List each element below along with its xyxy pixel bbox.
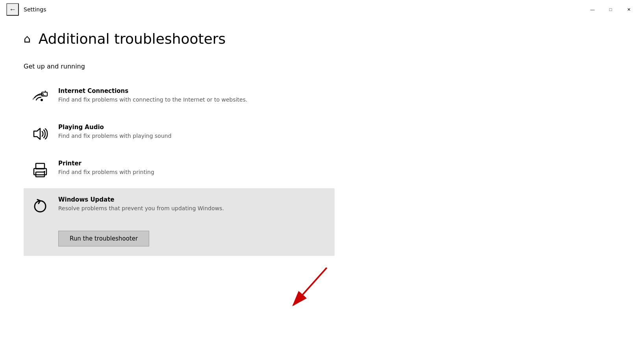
internet-connections-desc: Find and fix problems with connecting to…	[58, 96, 328, 104]
update-icon	[30, 196, 50, 217]
internet-connections-item[interactable]: Internet Connections Find and fix proble…	[24, 80, 335, 116]
playing-audio-desc: Find and fix problems with playing sound	[58, 132, 328, 140]
titlebar-left: ← Settings	[6, 3, 46, 16]
main-content: ⌂ Additional troubleshooters Get up and …	[0, 19, 644, 268]
home-icon: ⌂	[24, 33, 31, 44]
playing-audio-text: Playing Audio Find and fix problems with…	[58, 124, 328, 140]
printer-text: Printer Find and fix problems with print…	[58, 160, 328, 176]
page-title: Additional troubleshooters	[39, 31, 226, 47]
printer-name: Printer	[58, 160, 328, 167]
internet-connections-name: Internet Connections	[58, 87, 328, 94]
section-title: Get up and running	[24, 63, 620, 70]
svg-point-2	[43, 94, 44, 95]
printer-icon	[30, 160, 50, 180]
page-heading: ⌂ Additional troubleshooters	[24, 31, 620, 47]
titlebar-controls: — □ ✕	[583, 3, 638, 16]
windows-update-desc: Resolve problems that prevent you from u…	[58, 205, 224, 213]
playing-audio-name: Playing Audio	[58, 124, 328, 131]
playing-audio-item[interactable]: Playing Audio Find and fix problems with…	[24, 116, 335, 152]
audio-icon	[30, 124, 50, 144]
windows-update-main: Windows Update Resolve problems that pre…	[30, 196, 224, 217]
svg-marker-4	[34, 128, 40, 139]
back-button[interactable]: ←	[6, 3, 19, 16]
svg-point-0	[41, 99, 43, 101]
close-button[interactable]: ✕	[620, 3, 638, 16]
svg-point-8	[44, 171, 45, 172]
svg-line-10	[293, 268, 327, 305]
minimize-button[interactable]: —	[583, 3, 601, 16]
titlebar: ← Settings — □ ✕	[0, 0, 644, 19]
printer-item[interactable]: Printer Find and fix problems with print…	[24, 152, 335, 188]
troubleshooter-list: Internet Connections Find and fix proble…	[24, 80, 335, 256]
wifi-icon	[30, 87, 50, 108]
titlebar-title: Settings	[24, 6, 46, 13]
windows-update-text: Windows Update Resolve problems that pre…	[58, 196, 224, 213]
internet-connections-text: Internet Connections Find and fix proble…	[58, 87, 328, 104]
maximize-button[interactable]: □	[601, 3, 620, 16]
printer-desc: Find and fix problems with printing	[58, 169, 328, 176]
run-troubleshooter-button[interactable]: Run the troubleshooter	[58, 231, 149, 246]
windows-update-item[interactable]: Windows Update Resolve problems that pre…	[24, 188, 335, 256]
get-up-and-running-section: Get up and running	[24, 63, 620, 256]
windows-update-name: Windows Update	[58, 196, 224, 203]
